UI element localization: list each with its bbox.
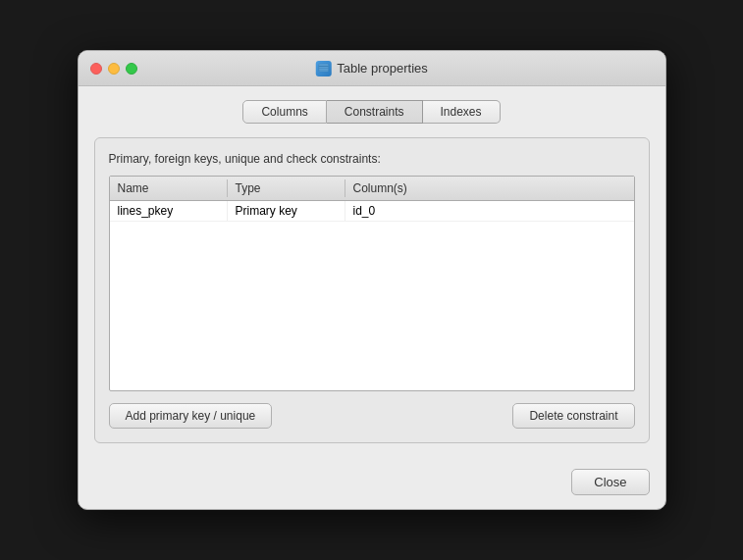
- window-icon: [315, 61, 331, 76]
- maximize-traffic-light[interactable]: [126, 63, 137, 75]
- tab-bar: Columns Constraints Indexes: [94, 100, 650, 124]
- add-primary-key-button[interactable]: Add primary key / unique: [109, 403, 273, 429]
- window-title: Table properties: [337, 61, 428, 76]
- action-buttons: Add primary key / unique Delete constrai…: [109, 403, 635, 429]
- traffic-lights: [90, 63, 137, 75]
- table-body: lines_pkey Primary key id_0: [110, 201, 634, 389]
- col-header-name: Name: [110, 179, 228, 197]
- tab-indexes[interactable]: Indexes: [423, 100, 501, 124]
- title-bar: Table properties: [79, 51, 665, 86]
- svg-rect-2: [318, 68, 328, 69]
- svg-rect-1: [318, 66, 328, 67]
- delete-constraint-button[interactable]: Delete constraint: [512, 403, 634, 429]
- section-label: Primary, foreign keys, unique and check …: [109, 152, 635, 166]
- constraints-panel: Primary, foreign keys, unique and check …: [94, 137, 650, 443]
- table-header: Name Type Column(s): [110, 177, 634, 201]
- col-header-columns: Column(s): [345, 179, 634, 197]
- table-properties-window: Table properties Columns Constraints Ind…: [78, 50, 666, 510]
- tab-constraints[interactable]: Constraints: [327, 100, 423, 124]
- svg-rect-3: [318, 70, 328, 71]
- minimize-traffic-light[interactable]: [108, 63, 120, 75]
- close-row: Close: [79, 459, 665, 509]
- tab-columns[interactable]: Columns: [242, 100, 326, 124]
- table-row[interactable]: lines_pkey Primary key id_0: [110, 201, 634, 222]
- window-content: Columns Constraints Indexes Primary, for…: [79, 86, 665, 459]
- close-traffic-light[interactable]: [90, 63, 102, 75]
- constraints-table: Name Type Column(s) lines_pkey Primary k…: [109, 176, 635, 391]
- cell-columns: id_0: [345, 201, 634, 221]
- close-button[interactable]: Close: [571, 469, 649, 495]
- cell-name: lines_pkey: [110, 201, 228, 221]
- window-title-group: Table properties: [315, 61, 428, 76]
- cell-type: Primary key: [228, 201, 345, 221]
- col-header-type: Type: [228, 179, 345, 197]
